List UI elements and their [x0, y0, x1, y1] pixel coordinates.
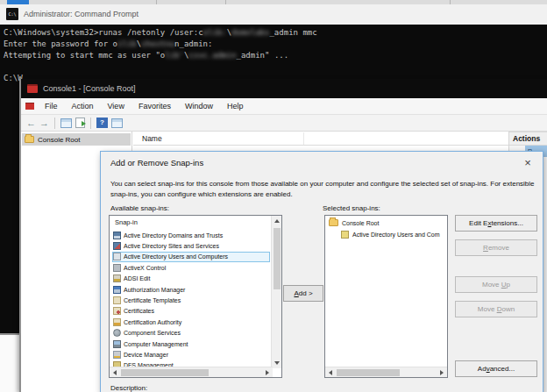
list-item[interactable]: Component Services: [112, 328, 270, 339]
forward-icon[interactable]: →: [39, 117, 49, 129]
dialog-intro-text: You can select snap-ins for this console…: [110, 179, 538, 199]
horizontal-scrollbar[interactable]: [325, 367, 447, 377]
snapin-icon: [113, 296, 121, 304]
screen: C:\ Administrator: Command Prompt C:\Win…: [0, 0, 547, 392]
list-item[interactable]: ADSI Edit: [112, 274, 270, 284]
add-remove-snapins-dialog: Add or Remove Snap-ins × You can select …: [100, 151, 543, 392]
snapin-icon: [113, 274, 121, 282]
scrollbar-thumb[interactable]: [274, 228, 281, 289]
selected-snapins-label: Selected snap-ins:: [323, 204, 380, 212]
column-header-row: Name: [133, 132, 526, 146]
remove-button: Remove: [455, 239, 537, 256]
scroll-down-icon[interactable]: [272, 358, 282, 368]
mmc-window-title: Console1 - [Console Root]: [43, 79, 136, 98]
back-icon[interactable]: ←: [26, 117, 36, 129]
menu-favorites[interactable]: Favorites: [131, 98, 178, 115]
folder-icon: [25, 136, 34, 143]
redacted-text: lib': [165, 51, 184, 60]
redacted-text: csvc.admin: [188, 51, 236, 60]
redacted-text: olib:: [203, 28, 227, 37]
list-item[interactable]: Certification Authority: [112, 317, 270, 327]
snapin-icon: [113, 286, 121, 294]
mmc-doc-icon: [25, 103, 34, 110]
snapin-icon: [113, 242, 121, 250]
toolbar-separator: [90, 118, 91, 129]
scrollbar-thumb[interactable]: [121, 369, 209, 376]
snapin-icon: [113, 329, 121, 337]
snapin-icon: [113, 232, 121, 239]
list-item-selected[interactable]: Active Directory Users and Computers: [112, 252, 270, 262]
snapin-icon: [113, 340, 121, 348]
edit-extensions-button[interactable]: Edit Extensions...: [455, 215, 537, 232]
available-snapins-list: Snap-in Active Directory Domains and Tru…: [109, 215, 282, 378]
show-console-tree-icon[interactable]: [60, 118, 72, 128]
scroll-right-icon[interactable]: [437, 367, 447, 378]
dialog-titlebar[interactable]: Add or Remove Snap-ins ×: [101, 152, 543, 175]
list-item[interactable]: ActiveX Control: [112, 262, 270, 273]
export-list-icon[interactable]: [75, 118, 85, 128]
redacted-text: chestnu: [141, 39, 174, 48]
list-item[interactable]: Active Directory Sites and Services: [112, 240, 270, 251]
cmd-line-password: Enter the password for oilib\chestnun_ad…: [4, 39, 212, 48]
selected-snapins-list: Console Root Active Directory Users and …: [324, 215, 448, 378]
snapin-icon: [341, 231, 349, 239]
snapin-icon: [113, 318, 121, 326]
scroll-up-icon[interactable]: [272, 216, 282, 226]
cmd-line-attempting: Attempting to start mmc as user "olib'\c…: [4, 51, 288, 60]
tree-item-console-root[interactable]: Console Root: [22, 133, 131, 146]
menu-view[interactable]: View: [101, 98, 131, 115]
list-item[interactable]: Certificates: [112, 306, 270, 317]
actions-pane-header[interactable]: Actions: [509, 132, 547, 146]
description-label: Description:: [110, 384, 147, 392]
redacted-text: ilib: [117, 39, 137, 48]
close-icon[interactable]: ×: [520, 156, 536, 170]
cmd-line-runas: C:\Windows\system32>runas /netonly /user…: [4, 28, 317, 37]
scroll-right-icon[interactable]: [262, 367, 273, 378]
snapin-items: Active Directory Domains and Trusts Acti…: [112, 230, 270, 371]
vertical-scrollbar[interactable]: [271, 216, 281, 368]
cmd-icon: C:\: [6, 8, 18, 20]
menu-window[interactable]: Window: [178, 98, 220, 115]
advanced-button[interactable]: Advanced...: [455, 360, 537, 377]
menu-action[interactable]: Action: [65, 98, 101, 115]
list-item[interactable]: Authorization Manager: [112, 284, 270, 295]
mmc-titlebar[interactable]: Console1 - [Console Root]: [21, 79, 547, 98]
folder-icon: [329, 219, 338, 226]
selected-tree-root[interactable]: Console Root: [329, 219, 443, 226]
cmd-window-title: Administrator: Command Prompt: [24, 4, 139, 25]
mmc-menubar: File Action View Favorites Window Help: [21, 98, 547, 115]
dialog-title: Add or Remove Snap-ins: [110, 152, 203, 175]
list-item[interactable]: Active Directory Domains and Trusts: [112, 230, 270, 240]
move-down-button: Move Down: [455, 301, 537, 317]
list-item[interactable]: Certificate Templates: [112, 295, 270, 305]
scrollbar-thumb[interactable]: [337, 369, 400, 376]
menu-file[interactable]: File: [38, 98, 65, 115]
tree-item-label: Console Root: [38, 136, 80, 144]
available-snapins-label: Available snap-ins:: [110, 204, 169, 212]
column-header-name[interactable]: Name: [142, 132, 162, 146]
window-icon[interactable]: [111, 118, 123, 128]
mmc-toolbar: ← → ?: [21, 115, 547, 132]
list-item[interactable]: Computer Management: [112, 339, 270, 349]
selected-tree-child[interactable]: Active Directory Users and Com: [341, 231, 448, 239]
column-separator[interactable]: [303, 132, 304, 145]
scroll-left-icon[interactable]: [325, 367, 336, 378]
list-item[interactable]: Device Manager: [112, 349, 270, 360]
toolbar-separator: [54, 118, 55, 129]
snapin-column-header: Snap-in: [115, 218, 138, 226]
redacted-text: demolabs: [231, 28, 269, 37]
add-button[interactable]: Add >: [283, 285, 323, 302]
scroll-left-icon[interactable]: [110, 367, 120, 378]
help-icon[interactable]: ?: [96, 118, 108, 128]
horizontal-scrollbar[interactable]: [110, 367, 273, 377]
menu-help[interactable]: Help: [220, 98, 251, 115]
snapin-icon: [113, 351, 121, 359]
snapin-icon: [113, 264, 121, 272]
snapin-icon: [113, 307, 121, 315]
snapin-icon: [113, 253, 121, 260]
cmd-titlebar[interactable]: C:\ Administrator: Command Prompt: [0, 4, 547, 25]
move-up-button: Move Up: [455, 276, 537, 293]
mmc-icon: [27, 84, 38, 93]
